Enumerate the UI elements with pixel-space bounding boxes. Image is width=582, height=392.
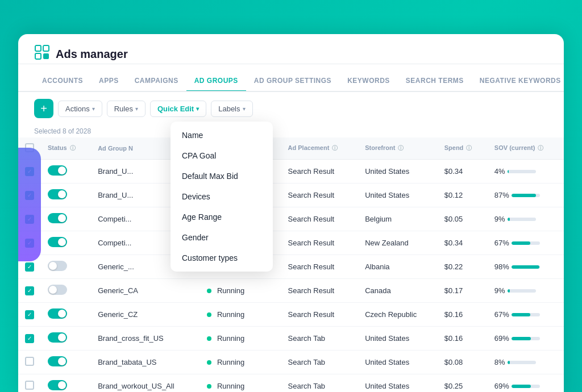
row-toggle-6[interactable] — [48, 308, 67, 319]
row-placement-2: Search Result — [281, 207, 359, 231]
selected-info: Selected 8 of 2028 — [18, 125, 564, 137]
status-info-icon: ⓘ — [70, 145, 76, 151]
row-checkbox-cell-7[interactable]: ✓ — [18, 327, 41, 351]
tab-ad-groups[interactable]: AD GROUPS — [186, 71, 246, 92]
row-checkbox-cell-9[interactable] — [18, 374, 41, 393]
row-toggle-cell-6[interactable] — [41, 303, 91, 327]
tab-ad-group-settings[interactable]: AD GROUP SETTINGS — [246, 71, 339, 92]
dropdown-item-devices[interactable]: Devices — [171, 186, 273, 207]
row-placement-1: Search Result — [281, 184, 359, 207]
dropdown-item-age-range[interactable]: Age Range — [171, 207, 273, 227]
row-toggle-cell-5[interactable] — [41, 279, 91, 303]
row-name-5: Generic_CA — [91, 279, 200, 303]
col-status: Status ⓘ — [41, 137, 91, 160]
row-delivery-7: Running — [200, 327, 281, 351]
row-name-8: Brand_tabata_US — [91, 351, 200, 374]
dropdown-item-gender[interactable]: Gender — [171, 227, 273, 248]
rules-button[interactable]: Rules ▾ — [107, 101, 146, 117]
row-spend-5: $0.17 — [438, 279, 488, 303]
row-checkbox-5[interactable]: ✓ — [25, 286, 34, 295]
sov-bar-8 — [508, 361, 536, 364]
tab-search-terms[interactable]: SEARCH TERMS — [398, 71, 472, 92]
row-sov-8: 8% — [488, 351, 564, 374]
row-toggle-8[interactable] — [48, 356, 67, 366]
tab-keywords[interactable]: KEYWORDS — [339, 71, 398, 92]
tab-apps[interactable]: APPS — [91, 71, 127, 92]
sov-bar-9 — [512, 385, 540, 388]
row-toggle-cell-4[interactable] — [41, 255, 91, 279]
row-toggle-4[interactable] — [48, 261, 67, 271]
svg-rect-2 — [35, 53, 41, 59]
dropdown-item-customer-types[interactable]: Customer types — [171, 248, 273, 268]
storefront-info-icon: ⓘ — [398, 145, 404, 151]
actions-chevron-icon: ▾ — [92, 106, 95, 112]
row-toggle-cell-8[interactable] — [41, 351, 91, 374]
tab-campaigns[interactable]: CAMPAIGNS — [127, 71, 186, 92]
row-toggle-7[interactable] — [48, 332, 67, 343]
header: Ads manager — [18, 34, 564, 64]
add-button[interactable]: + — [34, 99, 53, 118]
placement-info-icon: ⓘ — [332, 145, 338, 151]
row-placement-9: Search Tab — [281, 374, 359, 393]
row-sov-9: 69% — [488, 374, 564, 393]
row-storefront-7: United States — [358, 327, 438, 351]
row-storefront-2: Belgium — [358, 207, 438, 231]
col-placement: Ad Placement ⓘ — [281, 137, 359, 160]
row-toggle-cell-0[interactable] — [41, 160, 91, 184]
sov-container-7: 69% — [494, 334, 557, 343]
row-toggle-0[interactable] — [48, 165, 67, 176]
row-toggle-cell-7[interactable] — [41, 327, 91, 351]
row-checkbox-cell-8[interactable] — [18, 351, 41, 374]
row-name-6: Generic_CZ — [91, 303, 200, 327]
row-toggle-5[interactable] — [48, 285, 67, 295]
row-spend-6: $0.16 — [438, 303, 488, 327]
row-storefront-8: United States — [358, 351, 438, 374]
col-spend: Spend ⓘ — [438, 137, 488, 160]
dropdown-item-name[interactable]: Name — [171, 125, 273, 145]
svg-rect-3 — [43, 53, 49, 59]
row-toggle-cell-3[interactable] — [41, 231, 91, 255]
row-sov-3: 67% — [488, 231, 564, 255]
row-toggle-2[interactable] — [48, 213, 67, 223]
sov-bar-1 — [512, 194, 540, 197]
labels-button[interactable]: Labels ▾ — [211, 101, 252, 117]
row-toggle-cell-9[interactable] — [41, 374, 91, 393]
quick-edit-button[interactable]: Quick Edit ▾ — [150, 101, 206, 117]
row-checkbox-6[interactable]: ✓ — [25, 310, 34, 319]
row-placement-5: Search Result — [281, 279, 359, 303]
row-checkbox-cell-5[interactable]: ✓ — [18, 279, 41, 303]
row-storefront-0: United States — [358, 160, 438, 184]
sov-bar-5 — [508, 289, 536, 293]
row-toggle-1[interactable] — [48, 189, 67, 199]
tab-negative-keywords[interactable]: NEGATIVE KEYWORDS — [472, 71, 564, 92]
row-toggle-3[interactable] — [48, 237, 67, 247]
row-toggle-cell-1[interactable] — [41, 184, 91, 207]
row-placement-8: Search Tab — [281, 351, 359, 374]
table-row: ✓ Generic_CZ Running Search Result Czech… — [18, 303, 564, 327]
row-toggle-cell-2[interactable] — [41, 207, 91, 231]
tab-accounts[interactable]: ACCOUNTS — [34, 71, 91, 92]
toggle-thumb-4 — [49, 262, 57, 270]
row-spend-0: $0.34 — [438, 160, 488, 184]
table-row: ✓ Competi... Paused Search Result New Ze… — [18, 231, 564, 255]
sidebar-accent — [18, 148, 41, 261]
table-container: Status ⓘ Ad Group N Delivery status ⓘ Ad… — [18, 137, 564, 392]
row-name-7: Brand_cross_fit_US — [91, 327, 200, 351]
row-checkbox-8[interactable] — [25, 357, 34, 366]
row-toggle-9[interactable] — [48, 380, 67, 390]
row-spend-7: $0.16 — [438, 327, 488, 351]
row-checkbox-7[interactable]: ✓ — [25, 334, 34, 343]
sov-bar-2 — [508, 218, 536, 221]
actions-button[interactable]: Actions ▾ — [58, 101, 102, 117]
dropdown-item-cpa-goal[interactable]: CPA Goal — [171, 145, 273, 166]
dropdown-item-default-max-bid[interactable]: Default Max Bid — [171, 166, 273, 186]
row-checkbox-4[interactable]: ✓ — [25, 262, 34, 272]
col-storefront: Storefront ⓘ — [358, 137, 438, 160]
table-body: ✓ Brand_U... Running Search Result Unite… — [18, 160, 564, 393]
app-container: Ads manager ACCOUNTS APPS CAMPAIGNS AD G… — [18, 34, 564, 392]
row-spend-3: $0.34 — [438, 231, 488, 255]
row-storefront-6: Czech Republic — [358, 303, 438, 327]
row-checkbox-9[interactable] — [25, 381, 34, 390]
row-checkbox-cell-6[interactable]: ✓ — [18, 303, 41, 327]
sov-fill-1 — [512, 194, 537, 197]
